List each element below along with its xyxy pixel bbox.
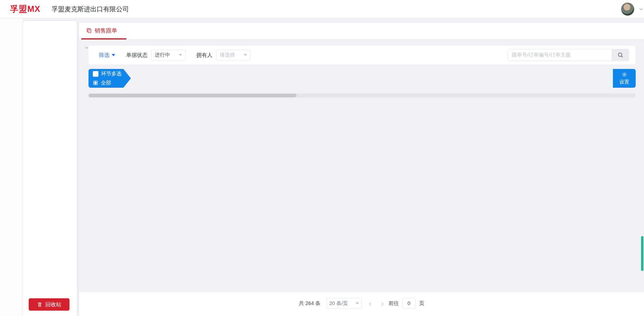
multi-select-label: 环节多选 (101, 70, 122, 77)
avatar[interactable] (621, 2, 634, 16)
page-unit-label: 页 (419, 300, 424, 307)
recycle-bin-label: 回收站 (45, 301, 61, 308)
main-content: 销售跟单 筛选 单据状态 进行中 拥有人 请选择 (79, 18, 644, 316)
caret-down-icon (356, 302, 359, 304)
caret-down-icon (112, 54, 115, 56)
prev-page-button[interactable]: ‹ (368, 299, 373, 307)
stage-pipeline: 环节多选 全部 设置 (89, 69, 636, 88)
goto-label: 前往 (389, 300, 399, 307)
order-card-list (89, 100, 636, 316)
document-icon (86, 28, 92, 34)
filter-bar: 筛选 单据状态 进行中 拥有人 请选择 (89, 46, 636, 64)
multi-select-checkbox[interactable] (93, 71, 98, 77)
app-logo: 孚盟MX (10, 3, 41, 15)
gear-icon (621, 72, 627, 78)
status-filter-label: 单据状态 (126, 52, 148, 59)
search-button[interactable] (612, 49, 629, 61)
module-rail (0, 18, 23, 316)
sidebar-panel: 回收站 (23, 21, 77, 316)
horizontal-scrollbar[interactable] (89, 94, 636, 97)
search-input[interactable] (508, 49, 612, 61)
owner-filter-label: 拥有人 (196, 52, 212, 59)
page-size-value: 20 条/页 (329, 300, 348, 307)
footer-bar: 共 264 条 20 条/页 ‹ › 前往 页 (79, 292, 644, 316)
owner-select[interactable]: 请选择 (216, 50, 251, 60)
total-count: 共 264 条 (299, 300, 320, 307)
caret-down-icon (179, 54, 182, 56)
tab-sales-follow[interactable]: 销售跟单 (81, 23, 126, 39)
pagination: 共 264 条 20 条/页 ‹ › 前往 页 (79, 298, 644, 309)
page-size-select[interactable]: 20 条/页 (326, 298, 362, 309)
search-group (508, 49, 629, 61)
company-name: 孚盟麦克斯进出口有限公司 (52, 5, 129, 13)
vertical-scrollbar-thumb[interactable] (641, 236, 643, 271)
recycle-bin-button[interactable]: 回收站 (29, 298, 69, 311)
pipeline-start-block[interactable]: 环节多选 全部 (89, 69, 131, 88)
top-header: 孚盟MX 孚盟麦克斯进出口有限公司 (0, 0, 644, 18)
trash-icon (37, 302, 43, 307)
scrollbar-thumb[interactable] (89, 94, 296, 97)
filter-toggle[interactable]: 筛选 (99, 52, 115, 59)
pipeline-settings-label: 设置 (620, 79, 629, 85)
tab-label: 销售跟单 (95, 27, 117, 34)
next-page-button[interactable]: › (380, 299, 385, 307)
chevron-down-icon[interactable] (638, 6, 644, 12)
grid-all-icon (93, 80, 98, 86)
sidebar: 回收站 (23, 18, 79, 316)
caret-down-icon (244, 54, 247, 56)
goto-page-input[interactable] (403, 298, 415, 309)
pipeline-settings-button[interactable]: 设置 (613, 69, 636, 88)
search-icon (617, 52, 624, 58)
owner-select-placeholder: 请选择 (220, 52, 235, 58)
status-select-value: 进行中 (155, 52, 170, 58)
app-body: 回收站 销售跟单 筛选 单据状态 进行中 拥有人 请选 (0, 18, 644, 316)
filter-label: 筛选 (99, 52, 109, 59)
tab-bar: 销售跟单 (79, 23, 644, 40)
status-select[interactable]: 进行中 (151, 50, 186, 60)
all-stages-label: 全部 (101, 79, 111, 86)
